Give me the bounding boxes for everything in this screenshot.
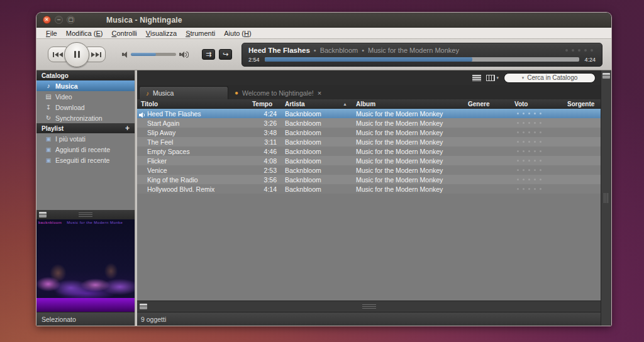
rating-dots[interactable] xyxy=(511,141,564,143)
total-time: 4:24 xyxy=(584,57,596,63)
artwork-pane-resize-grip[interactable] xyxy=(79,212,92,217)
sidebar-item[interactable]: ▤Video xyxy=(36,91,135,102)
service-pane-toggle-icon[interactable] xyxy=(602,73,610,79)
playlist-icon: ▣ xyxy=(45,136,52,142)
music-note-icon: ♪ xyxy=(45,82,52,89)
playback-modes: ⇉ ↪ xyxy=(202,49,232,60)
rating-dots[interactable] xyxy=(511,169,564,171)
playlist-item[interactable]: ▣Aggiunti di recente xyxy=(36,144,135,155)
playlist-item-label: Eseguiti di recente xyxy=(55,157,109,164)
item-count: 9 oggetti xyxy=(141,316,166,323)
repeat-icon: ↪ xyxy=(223,50,228,58)
menu-item[interactable]: Aiuto (H) xyxy=(219,30,255,37)
sidebar-item-label: Musica xyxy=(55,82,78,90)
search-input[interactable]: ▾ Cerca in Catalogo xyxy=(504,73,596,83)
display-pane-resize-grip[interactable] xyxy=(362,304,376,309)
table-row[interactable]: Empty Spaces 4:46 Backnbloom Music for t… xyxy=(137,146,601,156)
shuffle-button[interactable]: ⇉ xyxy=(202,49,215,60)
pause-button[interactable] xyxy=(64,42,89,67)
column-header[interactable]: Sorgente xyxy=(564,99,601,108)
tab-close-icon[interactable]: × xyxy=(318,89,321,97)
seek-fill xyxy=(265,57,473,62)
table-row[interactable]: King of the Radio 3:56 Backnbloom Music … xyxy=(137,175,601,184)
volume-high-icon xyxy=(179,52,189,58)
now-playing-title: Heed The Flashes xyxy=(248,47,310,54)
table-row[interactable]: The Feel 3:11 Backnbloom Music for the M… xyxy=(137,137,601,146)
table-row[interactable]: Slip Away 3:48 Backnbloom Music for the … xyxy=(137,128,601,137)
menu-item[interactable]: Visualizza xyxy=(142,30,181,37)
tab-label: Welcome to Nightingale! xyxy=(242,89,314,97)
column-header[interactable]: Artista▲ xyxy=(281,99,352,108)
column-browser-icon[interactable] xyxy=(486,75,495,81)
add-playlist-button[interactable]: + xyxy=(125,124,130,133)
volume-low-icon xyxy=(122,52,128,58)
list-empty-space xyxy=(137,194,601,301)
tab[interactable]: ●Welcome to Nightingale!× xyxy=(228,86,328,99)
album-art: backnbloom Music for the Modern Monke xyxy=(36,219,135,312)
sidebar-item[interactable]: ♪Musica xyxy=(36,80,135,91)
display-pane-toggle-icon[interactable] xyxy=(140,304,147,309)
sidebar-item[interactable]: ↧Download xyxy=(36,102,135,113)
sidebar-item[interactable]: ↻Synchronization xyxy=(36,113,135,123)
repeat-button[interactable]: ↪ xyxy=(219,49,232,60)
sidebar-status-bar: Selezionato xyxy=(36,312,135,326)
volume-control xyxy=(122,52,189,58)
table-header: TitoloTempoArtista▲AlbumGenereVotoSorgen… xyxy=(137,99,601,109)
rating-dots[interactable] xyxy=(511,188,564,190)
table-row[interactable]: Heed The Flashes 4:24 Backnbloom Music f… xyxy=(137,109,601,118)
playlist-list: ▣I più votati▣Aggiunti di recente▣Esegui… xyxy=(36,133,135,165)
rating-dots[interactable] xyxy=(511,160,564,162)
video-icon: ▤ xyxy=(45,93,52,100)
artwork-pane-toggle-icon[interactable] xyxy=(39,212,47,218)
now-playing-artist: Backnbloom xyxy=(320,47,358,54)
download-icon: ↧ xyxy=(45,104,52,111)
column-header[interactable]: Titolo xyxy=(137,99,252,108)
artwork-pane-header xyxy=(36,210,135,219)
column-header[interactable]: Voto xyxy=(511,99,564,108)
titlebar: × – ▢ Musica - Nightingale xyxy=(36,13,611,28)
menu-item[interactable]: Controlli xyxy=(107,30,141,37)
column-header[interactable]: Tempo xyxy=(252,99,281,108)
playlist-icon: ▣ xyxy=(45,157,52,163)
rating-dots[interactable] xyxy=(511,150,564,152)
rating-dots[interactable] xyxy=(511,113,564,114)
tab[interactable]: ♪Musica xyxy=(139,86,228,99)
service-pane-rail xyxy=(601,70,611,326)
sidebar: Catalogo ♪Musica▤Video↧Download↻Synchron… xyxy=(36,70,135,326)
sidebar-item-label: Video xyxy=(55,93,72,101)
volume-slider[interactable] xyxy=(131,53,176,56)
playlist-icon: ▣ xyxy=(45,146,52,153)
table-row[interactable]: Flicker 4:08 Backnbloom Music for the Mo… xyxy=(137,156,601,165)
rating-dots[interactable] xyxy=(511,122,564,124)
column-header[interactable]: Album xyxy=(352,99,464,108)
list-view-icon[interactable] xyxy=(472,75,481,81)
menu-item[interactable]: File xyxy=(42,30,62,37)
playlist-item[interactable]: ▣Eseguiti di recente xyxy=(36,155,135,165)
main-status-bar: 9 oggetti xyxy=(137,312,601,326)
next-icon xyxy=(100,52,101,57)
search-placeholder: Cerca in Catalogo xyxy=(527,74,577,81)
selection-status: Selezionato xyxy=(42,316,76,323)
seek-bar[interactable] xyxy=(265,57,580,62)
column-header[interactable]: Genere xyxy=(464,99,511,108)
rating-dots[interactable] xyxy=(565,49,593,52)
music-note-icon: ♪ xyxy=(146,90,149,97)
table-row[interactable]: Venice 2:53 Backnbloom Music for the Mod… xyxy=(137,165,601,175)
volume-fill xyxy=(131,53,156,56)
rating-dots[interactable] xyxy=(511,131,564,133)
elapsed-time: 2:54 xyxy=(248,57,260,63)
minimize-button[interactable]: – xyxy=(55,16,63,24)
rail-resize-grip[interactable] xyxy=(604,193,609,203)
close-button[interactable]: × xyxy=(43,16,51,24)
sidebar-item-label: Download xyxy=(55,104,85,111)
view-options-arrow-icon[interactable]: ▾ xyxy=(496,75,499,80)
maximize-button[interactable]: ▢ xyxy=(67,16,75,24)
previous-icon xyxy=(53,52,54,57)
table-row[interactable]: Start Again 3:26 Backnbloom Music for th… xyxy=(137,118,601,128)
menu-item[interactable]: Strumenti xyxy=(181,30,219,37)
sync-icon: ↻ xyxy=(45,114,52,121)
table-row[interactable]: Hollywood Blvd. Remix 4:14 Backnbloom Mu… xyxy=(137,184,601,194)
playlist-item[interactable]: ▣I più votati xyxy=(36,133,135,144)
menu-item[interactable]: Modifica (E) xyxy=(62,30,108,37)
rating-dots[interactable] xyxy=(511,179,564,180)
